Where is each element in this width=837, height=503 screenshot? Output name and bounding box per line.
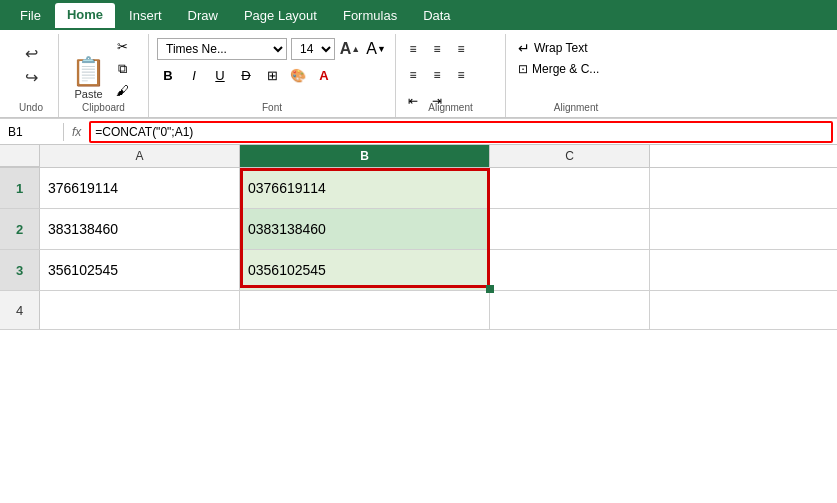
undo-group: ↩ ↪ Undo xyxy=(4,34,59,117)
formula-input[interactable] xyxy=(89,121,833,143)
align-row-2: ≡ ≡ ≡ xyxy=(402,64,499,86)
merge-cells-label: Merge & C... xyxy=(532,62,599,76)
corner-header xyxy=(0,145,40,167)
column-headers: A B C xyxy=(0,145,837,168)
fill-color-button[interactable]: 🎨 xyxy=(287,64,309,86)
align-bottom-button[interactable]: ≡ xyxy=(450,38,472,60)
cell-a4[interactable] xyxy=(40,291,240,329)
font-size-select[interactable]: 14 xyxy=(291,38,335,60)
cell-reference-box[interactable]: B1 xyxy=(4,123,64,141)
cut-button[interactable]: ✂ xyxy=(112,38,132,56)
col-header-c[interactable]: C xyxy=(490,145,650,167)
row-number-1: 1 xyxy=(0,168,40,208)
tab-data[interactable]: Data xyxy=(411,4,462,27)
format-painter-button[interactable]: 🖌 xyxy=(112,81,132,99)
row-number-4: 4 xyxy=(0,291,40,329)
alignment-group: ≡ ≡ ≡ ≡ ≡ ≡ ⇤ ⇥ Alignment xyxy=(396,34,506,117)
cell-c4[interactable] xyxy=(490,291,650,329)
paste-icon: 📋 xyxy=(71,55,106,88)
cell-b1[interactable]: 0376619114 xyxy=(240,168,490,208)
undo-group-label: Undo xyxy=(19,102,43,113)
tab-bar: File Home Insert Draw Page Layout Formul… xyxy=(0,0,837,30)
table-row: 4 xyxy=(0,291,837,330)
strikethrough-button[interactable]: D xyxy=(235,64,257,86)
table-row: 1 376619114 0376619114 xyxy=(0,168,837,209)
tab-formulas[interactable]: Formulas xyxy=(331,4,409,27)
tab-insert[interactable]: Insert xyxy=(117,4,174,27)
spreadsheet: A B C 1 376619114 0376619114 2 383138460… xyxy=(0,145,837,330)
wrap-merge-group: ↵ Wrap Text ⊡ Merge & C... Alignment xyxy=(506,34,646,117)
paste-label: Paste xyxy=(74,88,102,100)
cell-a2[interactable]: 383138460 xyxy=(40,209,240,249)
merge-icon: ⊡ xyxy=(518,62,528,76)
cell-c2[interactable] xyxy=(490,209,650,249)
bold-button[interactable]: B xyxy=(157,64,179,86)
align-right-button[interactable]: ≡ xyxy=(450,64,472,86)
wrap-text-icon: ↵ xyxy=(518,40,530,56)
underline-button[interactable]: U xyxy=(209,64,231,86)
function-icon: fx xyxy=(68,125,85,139)
row-number-3: 3 xyxy=(0,250,40,290)
alignment-group-label: Alignment xyxy=(428,102,472,113)
borders-button[interactable]: ⊞ xyxy=(261,64,283,86)
align-top-button[interactable]: ≡ xyxy=(402,38,424,60)
tab-home[interactable]: Home xyxy=(55,3,115,28)
table-row: 3 356102545 0356102545 xyxy=(0,250,837,291)
row-number-2: 2 xyxy=(0,209,40,249)
undo-redo-buttons: ↩ ↪ xyxy=(17,42,45,106)
col-header-a[interactable]: A xyxy=(40,145,240,167)
font-group-label: Font xyxy=(262,102,282,113)
cell-c3[interactable] xyxy=(490,250,650,290)
clipboard-group: 📋 Paste ✂ ⧉ 🖌 Clipboard xyxy=(59,34,149,117)
copy-button[interactable]: ⧉ xyxy=(112,60,132,78)
cell-a1[interactable]: 376619114 xyxy=(40,168,240,208)
col-header-b[interactable]: B xyxy=(240,145,490,167)
formula-bar: B1 fx xyxy=(0,119,837,145)
font-name-row: Times Ne... 14 A▲ A▼ xyxy=(157,38,387,60)
tab-page-layout[interactable]: Page Layout xyxy=(232,4,329,27)
wrap-text-button[interactable]: ↵ Wrap Text xyxy=(514,38,638,58)
cell-a3[interactable]: 356102545 xyxy=(40,250,240,290)
grid-container: 1 376619114 0376619114 2 383138460 03831… xyxy=(0,168,837,330)
merge-cells-button[interactable]: ⊡ Merge & C... xyxy=(514,60,638,78)
font-grow-button[interactable]: A▲ xyxy=(339,38,361,60)
align-left-button[interactable]: ≡ xyxy=(402,64,424,86)
cell-b2[interactable]: 0383138460 xyxy=(240,209,490,249)
indent-decrease-button[interactable]: ⇤ xyxy=(402,90,424,112)
table-row: 2 383138460 0383138460 xyxy=(0,209,837,250)
font-shrink-button[interactable]: A▼ xyxy=(365,38,387,60)
font-format-row: B I U D ⊞ 🎨 A xyxy=(157,64,387,86)
wrap-group-label: Alignment xyxy=(554,102,598,113)
cell-b3[interactable]: 0356102545 xyxy=(240,250,490,290)
font-color-button[interactable]: A xyxy=(313,64,335,86)
tab-file[interactable]: File xyxy=(8,4,53,27)
align-center-button[interactable]: ≡ xyxy=(426,64,448,86)
redo-button[interactable]: ↪ xyxy=(17,66,45,88)
italic-button[interactable]: I xyxy=(183,64,205,86)
align-middle-button[interactable]: ≡ xyxy=(426,38,448,60)
ribbon-content: ↩ ↪ Undo 📋 Paste ✂ ⧉ 🖌 Clipboard Times N… xyxy=(0,30,837,118)
cell-c1[interactable] xyxy=(490,168,650,208)
font-name-select[interactable]: Times Ne... xyxy=(157,38,287,60)
cell-b4[interactable] xyxy=(240,291,490,329)
clipboard-group-label: Clipboard xyxy=(82,102,125,113)
wrap-text-label: Wrap Text xyxy=(534,41,588,55)
tab-draw[interactable]: Draw xyxy=(176,4,230,27)
undo-button[interactable]: ↩ xyxy=(17,42,45,64)
align-row-1: ≡ ≡ ≡ xyxy=(402,38,499,60)
font-group: Times Ne... 14 A▲ A▼ B I U D ⊞ 🎨 A Font xyxy=(149,34,396,117)
